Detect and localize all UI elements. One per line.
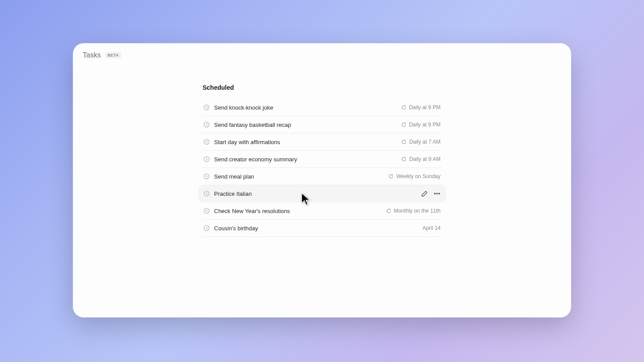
task-list: Send knock-knock joke Daily at 9 PM Send…: [203, 99, 441, 237]
schedule-label: Daily at 7 AM: [409, 139, 441, 145]
task-row[interactable]: Send meal plan Weekly on Sunday: [203, 168, 441, 185]
task-title: Send knock-knock joke: [214, 104, 397, 111]
task-row[interactable]: Send fantasy basketball recap Daily at 9…: [203, 116, 441, 133]
task-row[interactable]: Send creator economy summary Daily at 9 …: [203, 151, 441, 168]
beta-badge: BETA: [105, 52, 121, 58]
task-title: Cousin's birthday: [214, 225, 418, 232]
schedule-label: Daily at 9 AM: [409, 156, 441, 162]
task-schedule: Daily at 9 PM: [401, 122, 441, 128]
recurring-icon: [401, 139, 406, 145]
schedule-label: Daily at 9 PM: [409, 122, 441, 128]
task-row[interactable]: Cousin's birthdayApril 14: [203, 220, 441, 237]
task-schedule: Monthly on the 11th: [386, 208, 441, 214]
svg-point-8: [439, 193, 440, 194]
clock-icon: [203, 225, 210, 231]
edit-button[interactable]: [421, 190, 428, 197]
clock-icon: [203, 191, 210, 197]
clock-icon: [203, 156, 210, 162]
recurring-icon: [401, 122, 406, 127]
task-schedule: April 14: [422, 225, 441, 231]
content-area: Scheduled Send knock-knock joke Daily at…: [203, 84, 441, 237]
more-button[interactable]: [433, 190, 441, 197]
recurring-icon: [386, 208, 391, 213]
clock-icon: [203, 208, 210, 214]
task-title: Start day with affirmations: [214, 139, 397, 145]
header: Tasks BETA: [73, 43, 571, 59]
schedule-label: Weekly on Sunday: [396, 173, 441, 179]
tasks-window: Tasks BETA Scheduled Send knock-knock jo…: [73, 43, 571, 317]
task-row[interactable]: Send knock-knock joke Daily at 9 PM: [203, 99, 441, 116]
task-row[interactable]: Practice Italian: [198, 185, 446, 202]
row-actions: [421, 190, 441, 197]
task-schedule: Daily at 9 AM: [401, 156, 441, 162]
section-heading: Scheduled: [203, 84, 441, 91]
task-title: Practice Italian: [214, 191, 417, 197]
svg-point-7: [437, 193, 438, 194]
clock-icon: [203, 104, 210, 111]
page-title: Tasks: [83, 51, 101, 59]
schedule-label: Daily at 9 PM: [409, 104, 441, 111]
task-row[interactable]: Start day with affirmations Daily at 7 A…: [203, 133, 441, 151]
schedule-label: Monthly on the 11th: [394, 208, 441, 214]
recurring-icon: [388, 174, 394, 179]
schedule-label: April 14: [422, 225, 441, 231]
task-title: Check New Year's resolutions: [214, 208, 382, 214]
task-schedule: Weekly on Sunday: [388, 173, 441, 179]
task-row[interactable]: Check New Year's resolutions Monthly on …: [203, 202, 441, 220]
task-schedule: Daily at 9 PM: [401, 104, 441, 111]
task-title: Send fantasy basketball recap: [214, 122, 397, 128]
task-title: Send creator economy summary: [214, 156, 397, 163]
recurring-icon: [401, 105, 406, 110]
task-title: Send meal plan: [214, 173, 384, 180]
svg-point-6: [434, 193, 436, 194]
recurring-icon: [401, 156, 406, 162]
task-schedule: Daily at 7 AM: [401, 139, 441, 145]
clock-icon: [203, 122, 210, 128]
clock-icon: [203, 173, 210, 179]
clock-icon: [203, 139, 210, 145]
